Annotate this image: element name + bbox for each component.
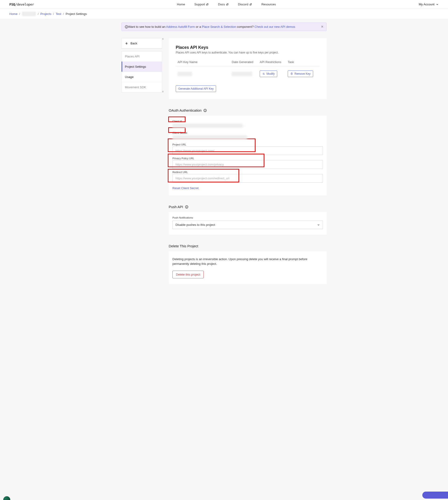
push-api-card: Push Notifications Disable pushes to thi… <box>169 212 327 235</box>
breadcrumb: Home / xxxxx / Projects / Test / Project… <box>0 9 448 19</box>
chevron-down-icon <box>436 3 439 6</box>
breadcrumb-current: Project Settings <box>65 12 87 16</box>
table-head: API Key Name Date Generated API Restrict… <box>176 60 320 66</box>
breadcrumb-sep: / <box>53 12 54 16</box>
push-select[interactable]: Disable pushes to this project <box>173 220 323 229</box>
client-id-redacted: xxxxxxxxxxxxxxxxxxxxxxxxxxxxxxxxxxxxxxxx… <box>173 124 242 128</box>
col-name: API Key Name <box>176 60 232 64</box>
api-keys-card: Places API Keys Places API uses API keys… <box>169 38 327 99</box>
arrow-left-icon <box>125 42 128 45</box>
redirect-url-field: Redirect URL <box>173 171 323 183</box>
client-id-label: Client Id <box>173 120 323 123</box>
sidebar-item-movement-sdk[interactable]: Movement SDK <box>122 82 162 92</box>
breadcrumb-org-redacted: xxxxx <box>22 12 36 16</box>
chevron-down-icon <box>317 223 320 226</box>
privacy-url-field: Privacy Policy URL <box>173 157 323 169</box>
nav-support[interactable]: Support <box>194 2 209 6</box>
oauth-card: Client Id xxxxxxxxxxxxxxxxxxxxxxxxxxxxxx… <box>169 116 327 196</box>
delete-desc: Deleting projects is an irreversible act… <box>173 257 323 266</box>
api-keys-heading: Places API Keys <box>176 45 320 50</box>
sidebar-item-project-settings[interactable]: Project Settings <box>122 61 162 72</box>
breadcrumb-sep: / <box>63 12 64 16</box>
client-id-field: Client Id xxxxxxxxxxxxxxxxxxxxxxxxxxxxxx… <box>173 120 323 130</box>
logo[interactable]: FSQ/developer <box>9 2 34 6</box>
oauth-heading: OAuth Authentication <box>169 108 327 112</box>
nav-center: Home Support Docs Discord Resources <box>177 2 276 6</box>
logo-dev: developer <box>17 2 34 6</box>
generate-api-key-button[interactable]: Generate Additional API Key <box>176 85 216 92</box>
breadcrumb-sep: / <box>38 12 39 16</box>
nav-discord[interactable]: Discord <box>238 2 252 6</box>
sidebar-back-label: Back <box>130 42 137 45</box>
modify-button[interactable]: Modify <box>260 70 277 77</box>
delete-heading: Delete This Project <box>169 244 327 248</box>
remove-key-button[interactable]: Remove Key <box>288 70 313 77</box>
info-icon <box>125 25 128 29</box>
client-secret-redacted: xxxxxxxxxxxxxxxxxxxxxxxxxxxxxxxxxxxxxxxx… <box>173 135 247 139</box>
api-keys-table: API Key Name Date Generated API Restrict… <box>176 60 320 81</box>
promo-alert: Want to see how to build an Address Auto… <box>121 22 327 31</box>
logo-fsq: FSQ <box>9 2 15 6</box>
client-secret-field: Client Secret xxxxxxxxxxxxxxxxxxxxxxxxxx… <box>173 132 323 141</box>
alert-link-search[interactable]: Place Search & Selection <box>202 25 236 29</box>
close-icon <box>321 25 324 28</box>
account-menu[interactable]: My Account <box>419 2 439 6</box>
table-row: xxxx xxxxxxxx Modify <box>176 66 320 81</box>
push-select-value: Disable pushes to this project <box>176 223 215 227</box>
alert-text: Want to see how to build an Address Auto… <box>128 25 295 29</box>
info-icon <box>185 205 188 209</box>
sliders-icon <box>262 72 265 75</box>
nav-resources[interactable]: Resources <box>261 2 276 6</box>
sidebar: Back Places API Project Settings Usage M… <box>121 38 162 92</box>
top-nav: FSQ/developer Home Support Docs Discord … <box>0 0 448 9</box>
nav-docs[interactable]: Docs <box>218 2 229 6</box>
project-url-label: Project URL <box>173 143 323 146</box>
redirect-url-label: Redirect URL <box>173 171 323 173</box>
external-link-icon <box>206 3 208 6</box>
privacy-url-input[interactable] <box>173 160 323 169</box>
external-link-icon <box>249 3 252 6</box>
project-url-field: Project URL <box>173 143 323 155</box>
sidebar-item-usage[interactable]: Usage <box>122 72 162 82</box>
breadcrumb-test[interactable]: Test <box>56 12 61 16</box>
col-task: Task <box>288 60 320 64</box>
alert-close-button[interactable] <box>321 25 324 29</box>
trash-icon <box>290 72 293 75</box>
reset-client-secret-link[interactable]: Reset Client Secret <box>173 186 199 190</box>
privacy-url-label: Privacy Policy URL <box>173 157 323 160</box>
delete-project-button[interactable]: Delete this project <box>173 271 204 278</box>
delete-card: Deleting projects is an irreversible act… <box>169 251 327 284</box>
info-icon <box>204 109 207 112</box>
external-link-icon <box>226 3 229 6</box>
key-date-redacted: xxxxxxxx <box>232 72 252 76</box>
logo-sep: / <box>15 2 17 6</box>
breadcrumb-home[interactable]: Home <box>9 12 17 16</box>
sidebar-back[interactable]: Back <box>122 38 162 49</box>
alert-link-autofill[interactable]: Address Autofill Form <box>166 25 195 29</box>
redirect-url-input[interactable] <box>173 174 323 183</box>
breadcrumb-projects[interactable]: Projects <box>40 12 51 16</box>
client-secret-label: Client Secret <box>173 132 323 134</box>
sidebar-item-places-api[interactable]: Places API <box>122 51 162 61</box>
breadcrumb-sep: / <box>19 12 20 16</box>
key-name-redacted: xxxx <box>177 72 192 76</box>
col-restr: API Restrictions <box>260 60 288 64</box>
alert-link-demos[interactable]: Check out our new API demos <box>255 25 295 29</box>
push-label: Push Notifications <box>173 216 323 219</box>
api-keys-sub: Places API uses API keys to authenticate… <box>176 51 320 54</box>
account-label: My Account <box>419 2 434 6</box>
push-api-heading: Push API <box>169 205 327 209</box>
nav-home[interactable]: Home <box>177 2 185 6</box>
project-url-input[interactable] <box>173 146 323 155</box>
main-content: Places API Keys Places API uses API keys… <box>169 38 327 293</box>
col-date: Date Generated <box>232 60 260 64</box>
